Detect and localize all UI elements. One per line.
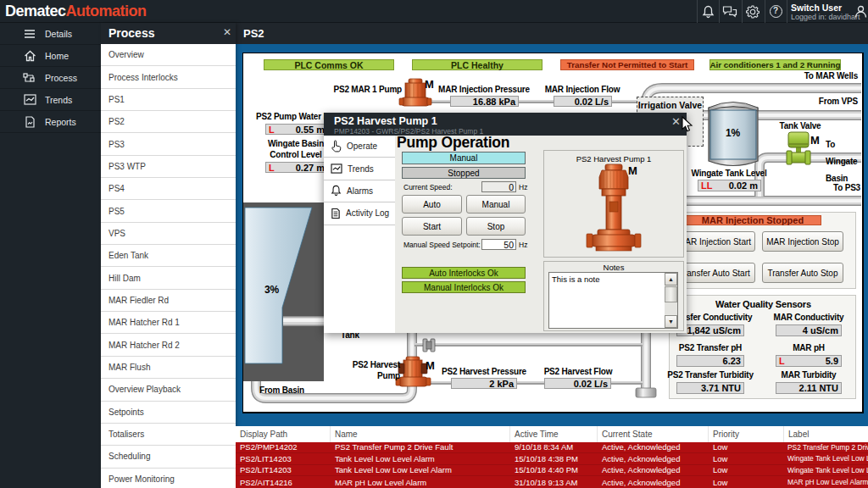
column-header[interactable]: Current State [598,426,709,442]
process-menu-item[interactable]: PS3 WTP [101,156,236,178]
column-header[interactable]: Label [784,426,868,442]
mar-injection-stop-button[interactable]: MAR Injection Stop [762,231,843,252]
process-menu-item[interactable]: PS5 [101,200,236,222]
wingate-tank-level-value[interactable]: LL0.02 m [698,180,761,191]
harvest-pressure-value[interactable]: 2 kPa [451,378,517,389]
column-header[interactable]: Name [331,426,510,442]
column-header[interactable]: Active Time [510,426,598,442]
wq-sensor-label: MAR Turbidity [762,370,855,380]
settings-gear-icon[interactable] [742,0,764,23]
notes-title: Notes [544,263,683,272]
process-menu-item[interactable]: VPS [101,223,236,245]
process-menu-item[interactable]: Scheduling [101,446,236,468]
wq-sensor-label: PS2 Transfer Turbidity [664,370,757,380]
process-menu-item[interactable]: MAR Hatcher Rd 1 [101,312,236,334]
alarm-row[interactable]: PS2/LIT14203 Tank Level Low Low Level Al… [236,465,868,477]
manual-button[interactable]: Manual [466,195,526,214]
alarm-row[interactable]: PS2/PMP14202 PS2 Transfer Pump 2 Drive F… [236,442,868,454]
wq-sensor-value[interactable]: 3.71 NTU [676,382,744,394]
wq-sensor-value[interactable]: L5.9 [776,355,842,367]
process-menu-item[interactable]: MAR Flush [101,357,236,379]
tank-valve-motor-label: M [810,136,820,147]
manual-valve-icon[interactable] [423,339,435,352]
process-menu-item[interactable]: PS1 [101,89,236,111]
popup-close-icon[interactable]: ✕ [671,115,681,128]
process-menu-item[interactable]: MAR Hatcher Rd 2 [101,334,236,356]
inj-flow-value[interactable]: 0.02 L/s [554,96,612,107]
wq-sensor-value[interactable]: 2.11 NTU [776,382,842,394]
column-header[interactable]: Display Path [236,426,331,442]
aircon-status: Air conditioners 1 and 2 Running [709,59,841,70]
basin-level-percent: 3% [264,285,279,296]
alarm-row[interactable]: PS2/AIT14216 MAR pH Low Level Alarm 31/1… [236,476,868,488]
process-menu-item[interactable]: Totalisers [101,424,236,446]
column-header[interactable]: Priority [709,426,784,442]
process-menu-item[interactable]: PS3 [101,133,236,155]
auto-button[interactable]: Auto [402,195,462,214]
setpoint-unit: Hz [519,241,527,249]
wq-sensor-value[interactable]: 4 uS/cm [776,324,842,336]
close-icon[interactable]: ✕ [223,26,231,38]
harvest-pump-label: PS2 Harvest Pump [315,360,400,381]
process-menu-item[interactable]: Hill Dam [101,267,236,289]
process-menu-item[interactable]: Eden Tank [101,245,236,267]
sidebar-item-reports[interactable]: Reports [0,111,101,133]
tank-valve-label: Tank Valve [758,121,843,132]
process-menu-item[interactable]: PS2 [101,111,236,133]
divider [787,0,787,23]
process-menu-item[interactable]: MAR Fiedler Rd [101,290,236,312]
popup-menu: Operate Trends Alarms Activity Log [324,136,395,333]
injection-status-banner: MAR Injection Stopped [684,215,821,225]
tank-valve-icon[interactable] [787,132,810,164]
scrollbar-thumb[interactable] [665,286,677,302]
process-menu-item[interactable]: Overview [101,44,236,66]
process-menu-item[interactable]: Overview Playback [101,379,236,401]
sidebar-item-trends[interactable]: Trends [0,89,101,111]
process-menu-item[interactable]: Process Interlocks [101,66,236,88]
alarm-row[interactable]: PS2/LIT14203 Tank Level Low Level Alarm … [236,453,868,465]
wq-sensor-value[interactable]: 6.23 [676,355,744,367]
popup-menu-activity-log[interactable]: Activity Log [324,202,395,225]
popup-menu-trends[interactable]: Trends [324,158,395,180]
wq-sensor-value[interactable]: 1,842 uS/cm [676,324,744,336]
notifications-bell-icon[interactable] [697,0,719,23]
pump-mode-indicator: Manual [402,152,526,164]
scroll-down-icon[interactable]: ▼ [665,315,677,328]
process-menu-item[interactable]: PS4 [101,178,236,200]
setpoint-field[interactable]: 50 [481,239,516,250]
mouse-cursor [682,116,693,133]
current-speed-label: Current Speed: [403,183,453,191]
popup-title-bar[interactable]: PS2 Harvest Pump 1 PMP14203 - GWRS/PS2/P… [324,113,687,136]
stop-button[interactable]: Stop [466,217,526,236]
messages-chat-icon[interactable] [719,0,741,23]
sidebar-item-process[interactable]: Process [0,67,101,89]
user-avatar-icon[interactable] [849,0,868,23]
top-bar: DematecAutomation ? Switch User Logged i… [0,0,868,23]
pump-water-value[interactable]: L0.55 m [265,124,328,135]
current-speed-field[interactable]: 0 [481,181,516,192]
process-menu-item[interactable]: Power Monitoring [101,469,236,488]
page-title: PS2 [243,27,264,40]
sidebar-item-home[interactable]: Home [0,45,101,67]
manual-interlocks-indicator: Manual Interlocks Ok [402,281,526,293]
popup-menu-operate[interactable]: Operate [324,136,395,158]
notes-scrollbar[interactable]: ▲ ▼ [665,273,677,328]
sidebar-item-details[interactable]: Details [0,23,101,45]
transfer-auto-stop-button[interactable]: Transfer Auto Stop [762,263,843,283]
notes-textarea[interactable]: This is a note ▲ ▼ [548,272,678,329]
to-mar-wells-label: To MAR Wells [746,71,858,82]
wq-sensor-label: PS2 Transfer pH [664,343,757,352]
home-icon [21,50,38,62]
wingate-tank-level-label: Wingate Tank Level [674,169,784,180]
help-icon[interactable]: ? [765,0,787,23]
popup-menu-alarms[interactable]: Alarms [324,180,395,202]
current-speed-unit: Hz [519,183,527,191]
process-menu-item[interactable]: Setpoints [101,402,236,424]
harvest-flow-value[interactable]: 0.02 L/s [544,378,611,389]
start-button[interactable]: Start [402,217,462,236]
plc-comms-status: PLC Comms OK [264,59,394,70]
basin-control-value[interactable]: L0.27 m [265,162,328,173]
notes-panel: Notes This is a note ▲ ▼ [543,261,684,331]
scroll-up-icon[interactable]: ▲ [665,273,677,286]
inj-pressure-value[interactable]: 16.88 kPa [450,96,519,107]
